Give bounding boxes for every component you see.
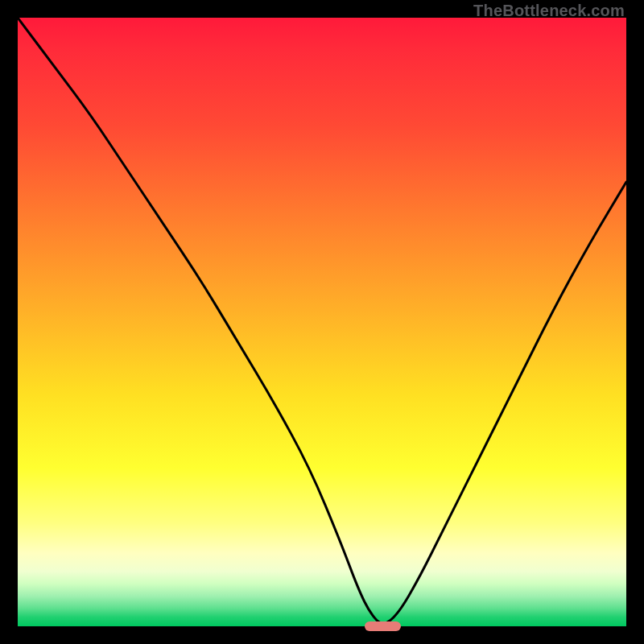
bottleneck-curve (18, 18, 626, 626)
chart-frame (18, 18, 626, 626)
watermark-text: TheBottleneck.com (473, 2, 625, 20)
optimal-marker (365, 621, 401, 631)
